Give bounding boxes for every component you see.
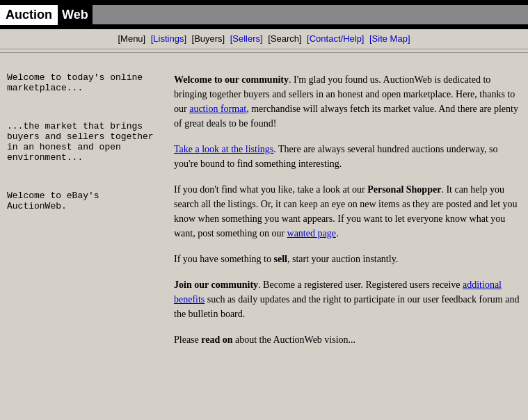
para6-end: about the AuctionWeb vision... [233,334,356,345]
left-text-2: ...the market that brings buyers and sel… [7,121,154,163]
auction-label: Auction [0,5,58,25]
right-para-2: Take a look at the listings. There are a… [174,142,521,171]
para3-start: If you don't find what you like, take a … [174,184,367,195]
right-para-4: If you have something to sell, start you… [174,252,521,266]
para5-intro: Join our [174,280,209,290]
para5-bold: community [209,280,258,290]
nav-sellers[interactable]: [Sellers] [230,33,263,44]
nav-menu: [Menu] [118,33,145,44]
right-para-5: Join our community. Become a registered … [174,277,521,321]
nav-sitemap[interactable]: [Site Map] [369,33,410,44]
right-para-6: Please read on about the AuctionWeb visi… [174,332,521,347]
para4-end: , start your auction instantly. [287,254,398,264]
right-para-1: Welcome to our community. I'm glad you f… [174,72,521,131]
nav-search: [Search] [268,33,301,44]
para4-start: If you have something to [174,254,273,264]
main-content: Welcome to today's online marketplace...… [0,58,528,365]
right-para-3: If you don't find what you like, take a … [174,182,521,241]
para1-bold: Welcome to our community [174,74,289,85]
auction-format-link[interactable]: auction format [189,104,246,114]
left-text-1: Welcome to today's online marketplace... [7,72,143,93]
header: Auction Web [0,0,528,29]
nav-bar: [Menu] [Listings] [Buyers] [Sellers] [Se… [0,29,528,49]
left-block-1: Welcome to today's online marketplace... [7,72,160,93]
nav-listings[interactable]: [Listings] [151,33,186,44]
para6-bold: read on [201,334,232,345]
para3-bold: Personal Shopper [367,184,441,195]
para5-rest: . Become a registered user. Registered u… [258,280,463,290]
left-text-3: Welcome to eBay's AuctionWeb. [7,191,99,211]
listings-link[interactable]: Take a look at the listings [174,144,273,154]
nav-divider [0,52,528,53]
para3-end: . [336,228,339,239]
nav-buyers: [Buyers] [192,33,225,44]
para4-bold: sell [273,254,287,264]
left-block-2: ...the market that brings buyers and sel… [7,121,160,163]
nav-contact[interactable]: [Contact/Help] [307,33,364,44]
right-column: Welcome to our community. I'm glad you f… [174,65,521,358]
web-label: Web [58,5,93,25]
left-column: Welcome to today's online marketplace...… [7,65,160,358]
wanted-page-link[interactable]: wanted page [287,228,336,239]
header-bar-fill [93,5,528,24]
left-block-3: Welcome to eBay's AuctionWeb. [7,191,160,211]
para6-start: Please [174,334,201,345]
para5-end: such as daily updates and the right to p… [174,294,519,319]
